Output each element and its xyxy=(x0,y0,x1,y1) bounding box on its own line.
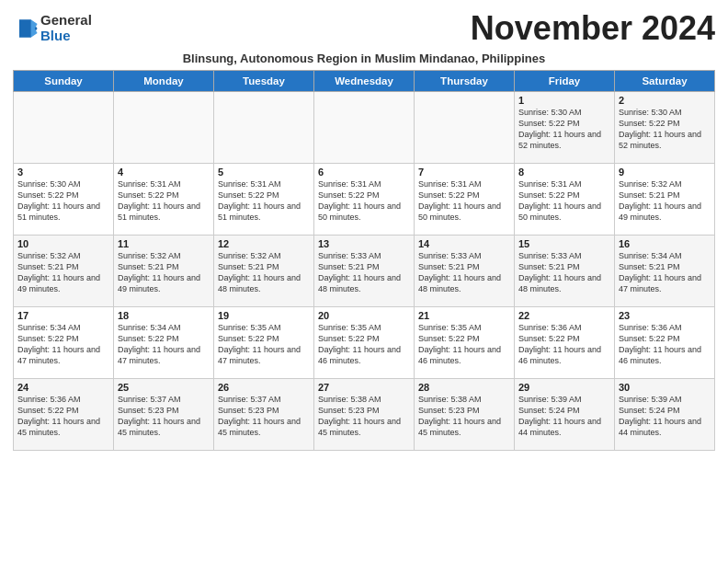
day-info: Sunrise: 5:33 AM Sunset: 5:21 PM Dayligh… xyxy=(418,250,510,295)
day-number: 7 xyxy=(418,167,510,178)
calendar-cell: 6Sunrise: 5:31 AM Sunset: 5:22 PM Daylig… xyxy=(314,164,415,236)
day-number: 24 xyxy=(17,382,109,393)
calendar-cell xyxy=(14,92,114,164)
calendar-cell: 12Sunrise: 5:32 AM Sunset: 5:21 PM Dayli… xyxy=(214,236,314,307)
day-number: 6 xyxy=(318,167,410,178)
calendar-cell: 29Sunrise: 5:39 AM Sunset: 5:24 PM Dayli… xyxy=(515,379,615,451)
day-number: 23 xyxy=(619,310,711,321)
calendar-cell: 4Sunrise: 5:31 AM Sunset: 5:22 PM Daylig… xyxy=(114,164,214,236)
calendar-cell: 3Sunrise: 5:30 AM Sunset: 5:22 PM Daylig… xyxy=(14,164,114,236)
calendar-cell: 15Sunrise: 5:33 AM Sunset: 5:21 PM Dayli… xyxy=(515,236,615,307)
day-number: 17 xyxy=(17,310,109,321)
day-info: Sunrise: 5:31 AM Sunset: 5:22 PM Dayligh… xyxy=(118,178,210,224)
calendar-week-4: 17Sunrise: 5:34 AM Sunset: 5:22 PM Dayli… xyxy=(14,307,715,379)
day-info: Sunrise: 5:30 AM Sunset: 5:22 PM Dayligh… xyxy=(17,178,109,224)
calendar-cell xyxy=(214,92,314,164)
calendar-cell: 19Sunrise: 5:35 AM Sunset: 5:22 PM Dayli… xyxy=(214,307,314,379)
day-info: Sunrise: 5:38 AM Sunset: 5:23 PM Dayligh… xyxy=(418,394,510,439)
day-number: 16 xyxy=(619,238,711,249)
calendar-cell: 8Sunrise: 5:31 AM Sunset: 5:22 PM Daylig… xyxy=(515,164,615,236)
day-info: Sunrise: 5:37 AM Sunset: 5:23 PM Dayligh… xyxy=(118,394,210,439)
calendar-cell: 24Sunrise: 5:36 AM Sunset: 5:22 PM Dayli… xyxy=(14,379,114,451)
day-info: Sunrise: 5:31 AM Sunset: 5:22 PM Dayligh… xyxy=(518,178,610,224)
logo-blue-text: Blue xyxy=(40,29,92,44)
day-number: 18 xyxy=(118,310,210,321)
day-info: Sunrise: 5:32 AM Sunset: 5:21 PM Dayligh… xyxy=(17,250,109,295)
day-info: Sunrise: 5:38 AM Sunset: 5:23 PM Dayligh… xyxy=(318,394,410,439)
day-number: 2 xyxy=(619,95,711,106)
day-info: Sunrise: 5:36 AM Sunset: 5:22 PM Dayligh… xyxy=(518,322,610,367)
calendar-subtitle: Blinsung, Autonomous Region in Muslim Mi… xyxy=(13,52,715,65)
logo-icon xyxy=(13,16,39,41)
day-number: 22 xyxy=(518,310,610,321)
day-number: 29 xyxy=(518,382,610,393)
col-saturday: Saturday xyxy=(615,71,715,92)
day-number: 28 xyxy=(418,382,510,393)
calendar-week-1: 1Sunrise: 5:30 AM Sunset: 5:22 PM Daylig… xyxy=(14,92,715,164)
calendar-cell: 30Sunrise: 5:39 AM Sunset: 5:24 PM Dayli… xyxy=(615,379,715,451)
calendar-cell: 22Sunrise: 5:36 AM Sunset: 5:22 PM Dayli… xyxy=(515,307,615,379)
calendar-page: General Blue November 2024 Blinsung, Aut… xyxy=(0,0,728,458)
calendar-cell: 1Sunrise: 5:30 AM Sunset: 5:22 PM Daylig… xyxy=(515,92,615,164)
day-number: 25 xyxy=(118,382,210,393)
day-number: 20 xyxy=(318,310,410,321)
day-info: Sunrise: 5:35 AM Sunset: 5:22 PM Dayligh… xyxy=(418,322,510,367)
calendar-cell: 26Sunrise: 5:37 AM Sunset: 5:23 PM Dayli… xyxy=(214,379,314,451)
day-number: 13 xyxy=(318,238,410,249)
day-info: Sunrise: 5:37 AM Sunset: 5:23 PM Dayligh… xyxy=(218,394,310,439)
calendar-cell: 11Sunrise: 5:32 AM Sunset: 5:21 PM Dayli… xyxy=(114,236,214,307)
day-info: Sunrise: 5:36 AM Sunset: 5:22 PM Dayligh… xyxy=(619,322,711,367)
day-info: Sunrise: 5:32 AM Sunset: 5:21 PM Dayligh… xyxy=(218,250,310,295)
col-friday: Friday xyxy=(515,71,615,92)
calendar-cell: 16Sunrise: 5:34 AM Sunset: 5:21 PM Dayli… xyxy=(615,236,715,307)
calendar-cell: 20Sunrise: 5:35 AM Sunset: 5:22 PM Dayli… xyxy=(314,307,415,379)
day-info: Sunrise: 5:31 AM Sunset: 5:22 PM Dayligh… xyxy=(318,178,410,224)
calendar-cell: 10Sunrise: 5:32 AM Sunset: 5:21 PM Dayli… xyxy=(14,236,114,307)
calendar-cell xyxy=(314,92,415,164)
calendar-body: 1Sunrise: 5:30 AM Sunset: 5:22 PM Daylig… xyxy=(14,92,715,451)
day-info: Sunrise: 5:33 AM Sunset: 5:21 PM Dayligh… xyxy=(518,250,610,295)
col-tuesday: Tuesday xyxy=(214,71,314,92)
day-info: Sunrise: 5:33 AM Sunset: 5:21 PM Dayligh… xyxy=(318,250,410,295)
day-info: Sunrise: 5:31 AM Sunset: 5:22 PM Dayligh… xyxy=(418,178,510,224)
day-number: 14 xyxy=(418,238,510,249)
day-number: 26 xyxy=(218,382,310,393)
day-info: Sunrise: 5:34 AM Sunset: 5:22 PM Dayligh… xyxy=(17,322,109,367)
col-monday: Monday xyxy=(114,71,214,92)
day-info: Sunrise: 5:32 AM Sunset: 5:21 PM Dayligh… xyxy=(118,250,210,295)
day-number: 30 xyxy=(619,382,711,393)
month-title: November 2024 xyxy=(471,9,715,48)
day-info: Sunrise: 5:39 AM Sunset: 5:24 PM Dayligh… xyxy=(619,394,711,439)
logo-general-text: General xyxy=(40,13,92,29)
calendar-cell: 7Sunrise: 5:31 AM Sunset: 5:22 PM Daylig… xyxy=(415,164,515,236)
day-number: 5 xyxy=(218,167,310,178)
calendar-cell xyxy=(114,92,214,164)
day-number: 27 xyxy=(318,382,410,393)
calendar-week-3: 10Sunrise: 5:32 AM Sunset: 5:21 PM Dayli… xyxy=(14,236,715,307)
day-number: 15 xyxy=(518,238,610,249)
calendar-cell: 5Sunrise: 5:31 AM Sunset: 5:22 PM Daylig… xyxy=(214,164,314,236)
day-info: Sunrise: 5:34 AM Sunset: 5:21 PM Dayligh… xyxy=(619,250,711,295)
calendar-cell: 14Sunrise: 5:33 AM Sunset: 5:21 PM Dayli… xyxy=(415,236,515,307)
calendar-cell: 18Sunrise: 5:34 AM Sunset: 5:22 PM Dayli… xyxy=(114,307,214,379)
day-number: 11 xyxy=(118,238,210,249)
calendar-week-5: 24Sunrise: 5:36 AM Sunset: 5:22 PM Dayli… xyxy=(14,379,715,451)
day-info: Sunrise: 5:35 AM Sunset: 5:22 PM Dayligh… xyxy=(318,322,410,367)
calendar-cell: 25Sunrise: 5:37 AM Sunset: 5:23 PM Dayli… xyxy=(114,379,214,451)
day-info: Sunrise: 5:31 AM Sunset: 5:22 PM Dayligh… xyxy=(218,178,310,224)
day-info: Sunrise: 5:36 AM Sunset: 5:22 PM Dayligh… xyxy=(17,394,109,439)
col-sunday: Sunday xyxy=(14,71,114,92)
col-wednesday: Wednesday xyxy=(314,71,415,92)
col-thursday: Thursday xyxy=(415,71,515,92)
calendar-cell xyxy=(415,92,515,164)
logo: General Blue xyxy=(13,13,92,43)
header: General Blue November 2024 xyxy=(13,9,715,48)
day-number: 3 xyxy=(17,167,109,178)
calendar-cell: 9Sunrise: 5:32 AM Sunset: 5:21 PM Daylig… xyxy=(615,164,715,236)
day-number: 8 xyxy=(518,167,610,178)
calendar-table: Sunday Monday Tuesday Wednesday Thursday… xyxy=(13,70,715,451)
calendar-cell: 27Sunrise: 5:38 AM Sunset: 5:23 PM Dayli… xyxy=(314,379,415,451)
day-info: Sunrise: 5:30 AM Sunset: 5:22 PM Dayligh… xyxy=(518,107,610,152)
logo-text: General Blue xyxy=(40,13,92,43)
day-number: 12 xyxy=(218,238,310,249)
